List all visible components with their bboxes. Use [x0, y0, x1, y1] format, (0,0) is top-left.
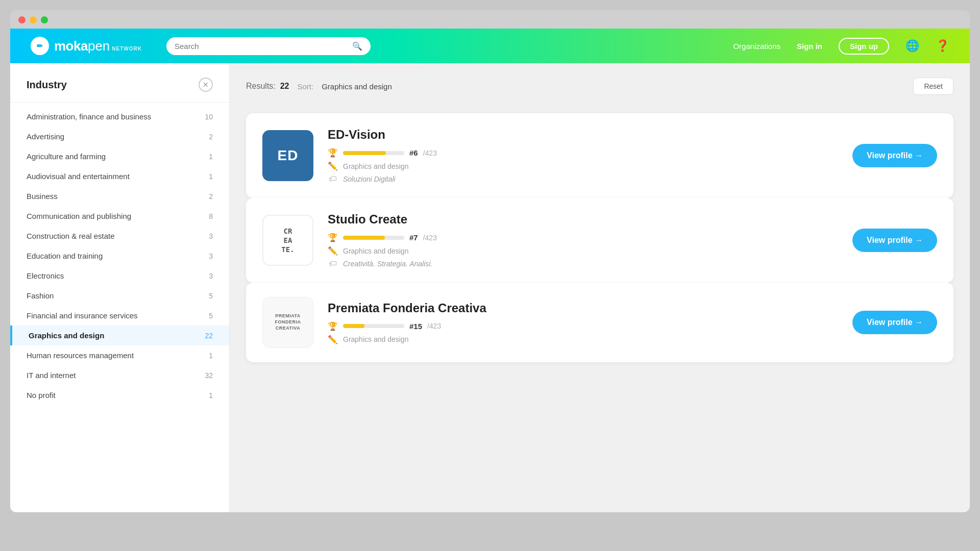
sidebar-item-fashion[interactable]: Fashion 5 — [10, 286, 229, 306]
sidebar-item-no-profit[interactable]: No profit 1 — [10, 385, 229, 405]
logo-icon: ✏ — [31, 37, 49, 55]
sidebar-item-count: 3 — [209, 272, 213, 280]
sidebar-item-label: Education and training — [27, 252, 103, 260]
view-profile-button[interactable]: View profile → — [852, 229, 937, 252]
results-sort-value: Graphics and design — [322, 82, 392, 91]
sidebar-items: Administration, finance and business 10 … — [10, 107, 229, 405]
sidebar-close-button[interactable]: ✕ — [199, 78, 213, 92]
reset-button[interactable]: Reset — [913, 78, 953, 95]
logo[interactable]: ✏ moka pen NETWORK — [31, 37, 142, 55]
sidebar-item-construction---real-estate[interactable]: Construction & real estate 3 — [10, 226, 229, 246]
card-tagline: Creatività. Strategia. Analisi. — [343, 260, 432, 268]
sidebar-item-label: Construction & real estate — [27, 232, 115, 240]
sidebar-item-count: 2 — [209, 133, 213, 141]
results-count: Results: 22 — [246, 82, 289, 91]
rank-total: /423 — [427, 322, 441, 330]
rank-total: /423 — [423, 234, 437, 242]
card-info: Studio Create 🏆 #7 /423 ✏️ Graphics and … — [328, 212, 838, 268]
sidebar-item-label: Fashion — [27, 291, 54, 300]
rank-number: #7 — [409, 233, 418, 242]
results-header: Results: 22 Sort: Graphics and design Re… — [246, 78, 953, 103]
results-count-label: Results: — [246, 82, 276, 90]
sidebar-item-agriculture-and-farming[interactable]: Agriculture and farming 1 — [10, 146, 229, 166]
sidebar-item-count: 5 — [209, 292, 213, 300]
sidebar-item-financial-and-insurance-services[interactable]: Financial and insurance services 5 — [10, 306, 229, 325]
sidebar-title: Industry — [27, 79, 67, 91]
card-rank-row: 🏆 #7 /423 — [328, 233, 838, 242]
card-industry: Graphics and design — [343, 162, 408, 170]
trophy-icon: 🏆 — [328, 233, 338, 242]
rank-bar-bg — [343, 236, 404, 240]
main-content: Industry ✕ Administration, finance and b… — [10, 63, 970, 512]
nav-signin[interactable]: Sign in — [797, 42, 822, 51]
card-name: ED-Vision — [328, 128, 838, 142]
card-meta: 🏆 #7 /423 ✏️ Graphics and design 🏷 Cre — [328, 233, 838, 268]
card-studio-create: CR EA TE. Studio Create 🏆 #7 /423 ✏️ — [246, 198, 953, 283]
card-premiata-fonderia: PREMIATA FONDERIA CREATIVA Premiata Fond… — [246, 283, 953, 362]
card-name: Premiata Fonderia Creativa — [328, 301, 838, 315]
card-industry-row: ✏️ Graphics and design — [328, 335, 838, 344]
sidebar-item-advertising[interactable]: Advertising 2 — [10, 127, 229, 146]
rank-number: #15 — [409, 322, 422, 331]
rank-bar-fill — [343, 324, 364, 328]
sidebar-item-count: 5 — [209, 312, 213, 320]
search-input[interactable] — [175, 42, 347, 51]
sidebar-item-human-resources-management[interactable]: Human resources management 1 — [10, 345, 229, 365]
nav-signup[interactable]: Sign up — [839, 38, 889, 55]
sidebar-item-education-and-training[interactable]: Education and training 3 — [10, 246, 229, 266]
search-bar[interactable]: 🔍 — [166, 37, 371, 55]
sidebar-header: Industry ✕ — [10, 78, 229, 103]
card-industry-row: ✏️ Graphics and design — [328, 246, 838, 256]
sidebar-item-communication-and-publishing[interactable]: Communication and publishing 8 — [10, 206, 229, 226]
card-tagline: Soluzioni Digitali — [343, 175, 396, 183]
card-name: Studio Create — [328, 212, 838, 227]
rank-bar: #6 /423 — [343, 148, 437, 157]
sidebar-item-label: No profit — [27, 391, 56, 399]
window-minimize-dot[interactable] — [30, 16, 37, 23]
sidebar-item-label: Human resources management — [27, 351, 134, 360]
sidebar-item-it-and-internet[interactable]: IT and internet 32 — [10, 365, 229, 385]
sidebar-item-count: 3 — [209, 232, 213, 240]
card-logo: ED — [262, 130, 313, 181]
logo-network: NETWORK — [112, 46, 142, 52]
pencil-icon: ✏️ — [328, 335, 338, 344]
help-icon[interactable]: ❓ — [936, 39, 949, 53]
sidebar-item-count: 32 — [205, 371, 213, 380]
tag-icon: 🏷 — [328, 259, 338, 268]
sidebar-item-business[interactable]: Business 2 — [10, 186, 229, 206]
nav-links: Organizations Sign in Sign up 🌐 ❓ — [733, 38, 949, 55]
sidebar-item-count: 2 — [209, 192, 213, 201]
header: ✏ moka pen NETWORK 🔍 Organizations Sign … — [10, 29, 970, 63]
sidebar-item-label: Audiovisual and entertainment — [27, 172, 130, 181]
sidebar-item-label: IT and internet — [27, 371, 76, 380]
cards-container: ED ED-Vision 🏆 #6 /423 ✏️ Graphics an — [246, 113, 953, 362]
sidebar-item-label: Administration, finance and business — [27, 112, 151, 121]
sidebar-item-audiovisual-and-entertainment[interactable]: Audiovisual and entertainment 1 — [10, 166, 229, 186]
sidebar-item-label: Electronics — [27, 271, 64, 280]
rank-number: #6 — [409, 148, 418, 157]
sidebar-item-label: Business — [27, 192, 58, 201]
card-meta: 🏆 #15 /423 ✏️ Graphics and design — [328, 321, 838, 344]
sidebar-item-label: Agriculture and farming — [27, 152, 106, 161]
sidebar-item-count: 22 — [205, 332, 213, 340]
sidebar-item-graphics-and-design[interactable]: Graphics and design 22 — [10, 325, 229, 345]
card-logo: PREMIATA FONDERIA CREATIVA — [262, 297, 313, 348]
card-rank-row: 🏆 #15 /423 — [328, 321, 838, 331]
rank-bar-bg — [343, 324, 404, 328]
view-profile-button[interactable]: View profile → — [852, 311, 937, 334]
sidebar-item-count: 1 — [209, 172, 213, 181]
card-info: ED-Vision 🏆 #6 /423 ✏️ Graphics and desi… — [328, 128, 838, 184]
logo-pen: pen — [88, 38, 110, 54]
card-logo: CR EA TE. — [262, 215, 313, 266]
sidebar-item-label: Advertising — [27, 132, 64, 141]
sidebar-item-electronics[interactable]: Electronics 3 — [10, 266, 229, 286]
view-profile-button[interactable]: View profile → — [852, 144, 937, 167]
nav-organizations[interactable]: Organizations — [733, 42, 780, 51]
rank-total: /423 — [423, 149, 437, 157]
pencil-icon: ✏️ — [328, 161, 338, 171]
results-sort-label: Sort: — [297, 82, 313, 91]
window-close-dot[interactable] — [18, 16, 26, 23]
globe-icon[interactable]: 🌐 — [905, 39, 919, 53]
window-maximize-dot[interactable] — [41, 16, 48, 23]
sidebar-item-administration--finance-and-business[interactable]: Administration, finance and business 10 — [10, 107, 229, 127]
